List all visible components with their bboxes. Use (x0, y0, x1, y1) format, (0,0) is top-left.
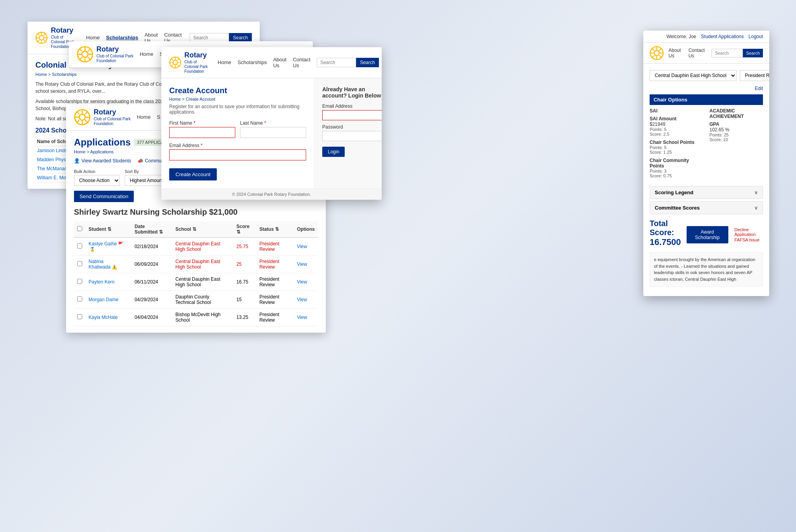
create-nav-contact[interactable]: Contact Us (293, 57, 310, 68)
row-checkbox[interactable] (77, 296, 82, 302)
last-name-group: Last Name * (240, 120, 306, 138)
login-email-label: Email Address (322, 103, 382, 109)
committee-scores-header[interactable]: Committee Scores ∨ (650, 202, 763, 214)
email-group: Email Address * (169, 143, 306, 160)
review-nav-contact[interactable]: Contact Us (689, 48, 707, 59)
review-body: Central Dauphin East High School Preside… (643, 64, 769, 296)
bulk-action-group: Bulk Action Choose Action (74, 169, 120, 186)
chair-school-points: Points: 5 (650, 145, 703, 150)
last-name-label: Last Name * (240, 120, 306, 126)
student-link[interactable]: Payten Kern (89, 279, 115, 285)
app-count: 377 (137, 140, 144, 145)
review-cols: SAI SAI Amount $21949 Points: 5 Score: 2… (650, 108, 763, 181)
required-marker-2: * (264, 120, 266, 126)
email-row: Email Address * (169, 143, 306, 160)
gpa-score: Score: 10 (709, 137, 763, 142)
chair-community-score: Score: 0.75 (650, 173, 703, 178)
create-nav-home[interactable]: Home (218, 59, 231, 65)
view-link[interactable]: View (297, 261, 307, 267)
select-all-checkbox[interactable] (77, 226, 82, 231)
brand-name: Rotary (51, 26, 78, 35)
student-applications-link[interactable]: Student Applications (701, 34, 744, 39)
create-acc-search-button[interactable]: Search (356, 58, 379, 67)
login-password-input[interactable] (322, 131, 382, 141)
review-nav-bar: About Us Contact Us Search (643, 43, 769, 64)
create-acc-breadcrumb: Home > Create Account (169, 97, 306, 101)
col-checkbox (74, 221, 85, 237)
committee-scores-label: Committee Scores (655, 205, 700, 211)
login-email-input[interactable] (322, 110, 382, 120)
view-link[interactable]: View (297, 315, 307, 320)
email-input[interactable] (169, 149, 306, 160)
create-acc-body: Create Account Home > Create Account Reg… (161, 78, 382, 188)
brand-name-2: Rotary (96, 45, 133, 54)
svg-point-31 (173, 60, 177, 64)
rotary-wheel-icon-2 (77, 46, 93, 63)
row-checkbox[interactable] (77, 243, 82, 249)
row-checkbox[interactable] (77, 261, 82, 266)
create-nav-scholarships[interactable]: Scholarships (238, 59, 267, 65)
total-label: Total Score: (650, 219, 687, 237)
scoring-legend-label: Scoring Legend (655, 190, 693, 195)
nav-home-3[interactable]: Home (137, 114, 151, 120)
review-nav-about[interactable]: About Us (669, 48, 684, 59)
login-panel: Already Have an account? Login Below Ema… (314, 78, 382, 188)
nav-home-2[interactable]: Home (140, 51, 153, 57)
table-row: Payten Kern 06/11/2024 Central Dauphin E… (74, 273, 318, 291)
view-link[interactable]: View (297, 297, 307, 302)
review-search-input[interactable] (711, 49, 743, 57)
review-type-select[interactable]: President Review (740, 70, 769, 81)
award-scholarship-button[interactable]: Award Scholarship (687, 226, 728, 243)
create-acc-form: Create Account Home > Create Account Reg… (161, 78, 314, 188)
student-link[interactable]: Morgan Dame (89, 297, 118, 302)
bulk-action-label: Bulk Action (74, 169, 120, 174)
review-text-content: e equipment brought by the American al o… (650, 252, 763, 287)
student-link[interactable]: Kayla McHale (89, 315, 118, 320)
rotary-logo-5 (650, 46, 664, 60)
school-select[interactable]: Central Dauphin East High School (650, 70, 737, 81)
required-marker-3: * (201, 143, 203, 148)
view-link[interactable]: View (297, 279, 307, 285)
brand-sub-2: Club of Colonial ParkFoundation (96, 54, 133, 63)
total-section: Total Score: 16.7500 Award Scholarship D… (650, 219, 763, 247)
table-row: Kastye Gaihe🚩🏅 02/18/2024 Central Dauphi… (74, 237, 318, 256)
login-password-group: Password (322, 124, 382, 141)
send-communication-button[interactable]: Send Communication (74, 191, 134, 202)
create-account-button[interactable]: Create Account (169, 168, 217, 180)
flag-icon: 🚩 (118, 241, 124, 246)
chair-options-header: Chair Options (650, 94, 763, 105)
create-nav-about[interactable]: About Us (273, 57, 286, 68)
svg-point-41 (654, 50, 659, 55)
brand-sub-3: Club of Colonial ParkFoundation (94, 117, 131, 126)
logout-link[interactable]: Logout (748, 34, 763, 39)
create-acc-search-input[interactable] (317, 58, 356, 67)
view-link[interactable]: View (297, 244, 307, 249)
fafsa-issue-link[interactable]: FAFSA Issue (735, 237, 763, 242)
decline-application-link[interactable]: Decline Application (735, 227, 763, 237)
first-name-input[interactable] (169, 127, 235, 138)
nav-home[interactable]: Home (86, 35, 100, 40)
scoring-legend-header[interactable]: Scoring Legend ∨ (650, 186, 763, 199)
edit-link[interactable]: Edit (650, 86, 763, 91)
chair-school-label: Chair School Points (650, 140, 703, 145)
review-essay-text: e equipment brought by the American al o… (654, 256, 759, 282)
scoring-legend-accordion: Scoring Legend ∨ (650, 186, 763, 199)
svg-point-11 (82, 51, 88, 57)
row-checkbox[interactable] (77, 279, 82, 284)
col-student: Student ⇅ (85, 221, 131, 237)
view-awarded-link[interactable]: 👤 View Awarded Students (74, 158, 131, 164)
chevron-down-icon: ∨ (754, 190, 758, 195)
name-row: First Name * Last Name * (169, 120, 306, 138)
review-nav-links: About Us Contact Us (669, 48, 707, 59)
last-name-input[interactable] (240, 127, 306, 138)
bulk-action-select[interactable]: Choose Action (74, 175, 120, 186)
nav-s-3[interactable]: S (157, 114, 161, 120)
student-link[interactable]: Kastye Gaihe (89, 241, 117, 247)
rotary-logo-3: Rotary Club of Colonial ParkFoundation (74, 108, 131, 126)
welcome-text: Welcome, Joe (667, 34, 696, 39)
nav-scholarships[interactable]: Scholarships (106, 35, 139, 40)
student-link[interactable]: Nabina Khatiwada (89, 259, 111, 270)
review-search-button[interactable]: Search (743, 49, 763, 57)
login-button[interactable]: Login (322, 147, 345, 157)
row-checkbox[interactable] (77, 314, 82, 319)
